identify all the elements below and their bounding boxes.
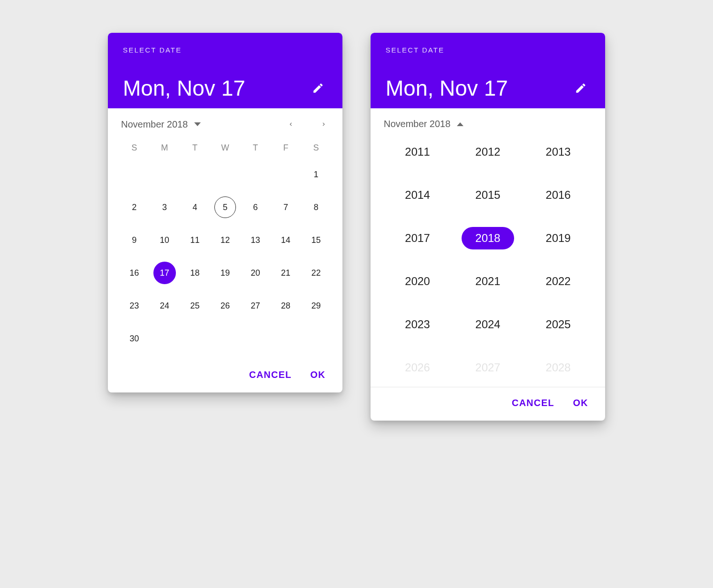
header-date-row: Mon, Nov 17	[386, 75, 590, 101]
day-cell[interactable]: 9	[119, 229, 150, 251]
day-cell-empty	[119, 163, 150, 186]
day-cell-empty	[240, 163, 271, 186]
year-cell[interactable]: 2020	[385, 270, 450, 293]
year-cell[interactable]: 2011	[385, 141, 450, 163]
day-cell[interactable]: 10	[150, 229, 180, 251]
day-cell[interactable]: 14	[271, 229, 301, 251]
ok-button[interactable]: OK	[573, 398, 588, 408]
day-cell[interactable]: 29	[301, 294, 331, 317]
month-switch-row: November 2018	[108, 108, 342, 135]
chevron-up-icon	[457, 122, 463, 126]
year-cell[interactable]: 2026	[385, 356, 450, 379]
day-cell[interactable]: 27	[240, 294, 271, 317]
weekday-label: S	[301, 143, 331, 153]
year-cell[interactable]: 2027	[455, 356, 521, 379]
calendar-grid: SMTWTFS123456789101112131415161718192021…	[119, 143, 331, 350]
picker-header: SELECT DATE Mon, Nov 17	[371, 33, 605, 108]
day-cell[interactable]: 8	[301, 196, 331, 219]
day-cell[interactable]: 20	[240, 262, 271, 284]
day-cell[interactable]: 2	[119, 196, 150, 219]
prev-month-button[interactable]	[285, 119, 296, 130]
year-cell[interactable]: 2017	[385, 227, 450, 249]
day-cell[interactable]: 6	[240, 196, 271, 219]
cancel-button[interactable]: CANCEL	[249, 369, 292, 380]
year-list[interactable]: 2011201220132014201520162017201820192020…	[371, 134, 605, 387]
ok-button[interactable]: OK	[311, 369, 326, 380]
picker-header: SELECT DATE Mon, Nov 17	[108, 33, 342, 108]
day-cell[interactable]: 3	[150, 196, 180, 219]
year-cell[interactable]: 2028	[525, 356, 591, 379]
day-cell[interactable]: 30	[119, 327, 150, 350]
overline: SELECT DATE	[123, 46, 327, 54]
pencil-icon	[312, 82, 324, 94]
date-picker-calendar: SELECT DATE Mon, Nov 17 November 2018 SM…	[108, 33, 342, 392]
day-cell[interactable]: 25	[180, 294, 210, 317]
month-nav	[285, 119, 329, 130]
day-cell[interactable]: 5	[210, 196, 241, 219]
day-cell-empty	[271, 163, 301, 186]
day-cell[interactable]: 22	[301, 262, 331, 284]
weekday-label: T	[240, 143, 271, 153]
day-cell[interactable]: 11	[180, 229, 210, 251]
day-cell[interactable]: 16	[119, 262, 150, 284]
month-year-label: November 2018	[384, 119, 450, 129]
year-cell[interactable]: 2019	[525, 227, 591, 249]
day-cell[interactable]: 15	[301, 229, 331, 251]
weekday-label: W	[210, 143, 241, 153]
day-cell-empty	[150, 163, 180, 186]
selected-date-label: Mon, Nov 17	[386, 75, 508, 101]
day-cell[interactable]: 19	[210, 262, 241, 284]
day-cell[interactable]: 7	[271, 196, 301, 219]
month-switch-row: November 2018	[371, 108, 605, 134]
chevron-left-icon	[288, 119, 294, 129]
calendar-body: SMTWTFS123456789101112131415161718192021…	[108, 135, 342, 359]
day-cell[interactable]: 28	[271, 294, 301, 317]
weekday-label: S	[119, 143, 150, 153]
day-cell[interactable]: 23	[119, 294, 150, 317]
day-cell-empty	[180, 163, 210, 186]
day-cell[interactable]: 17	[150, 262, 180, 284]
year-cell[interactable]: 2015	[455, 184, 521, 206]
day-cell[interactable]: 26	[210, 294, 241, 317]
selected-date-label: Mon, Nov 17	[123, 75, 245, 101]
year-cell[interactable]: 2013	[525, 141, 591, 163]
year-cell[interactable]: 2022	[525, 270, 591, 293]
year-cell[interactable]: 2012	[455, 141, 521, 163]
next-month-button[interactable]	[318, 119, 329, 130]
dialog-actions: CANCEL OK	[371, 387, 605, 421]
cancel-button[interactable]: CANCEL	[512, 398, 554, 408]
day-cell[interactable]: 4	[180, 196, 210, 219]
day-cell[interactable]: 1	[301, 163, 331, 186]
year-cell[interactable]: 2021	[455, 270, 521, 293]
weekday-label: M	[150, 143, 180, 153]
date-picker-year: SELECT DATE Mon, Nov 17 November 2018 20…	[371, 33, 605, 421]
year-cell[interactable]: 2016	[525, 184, 591, 206]
year-grid: 2011201220132014201520162017201820192020…	[385, 141, 591, 379]
weekday-label: T	[180, 143, 210, 153]
year-cell[interactable]: 2024	[455, 313, 521, 336]
chevron-right-icon	[320, 119, 327, 129]
year-cell[interactable]: 2018	[462, 227, 514, 249]
day-cell[interactable]: 12	[210, 229, 241, 251]
pencil-icon	[575, 82, 587, 94]
month-year-toggle[interactable]: November 2018	[121, 119, 201, 130]
day-cell[interactable]: 21	[271, 262, 301, 284]
day-cell[interactable]: 18	[180, 262, 210, 284]
weekday-label: F	[271, 143, 301, 153]
month-year-label: November 2018	[121, 119, 188, 130]
year-cell[interactable]: 2023	[385, 313, 450, 336]
day-cell-empty	[210, 163, 241, 186]
year-cell[interactable]: 2025	[525, 313, 591, 336]
day-cell[interactable]: 13	[240, 229, 271, 251]
edit-button[interactable]	[309, 79, 327, 98]
chevron-down-icon	[194, 122, 201, 126]
day-cell[interactable]: 24	[150, 294, 180, 317]
year-cell[interactable]: 2014	[385, 184, 450, 206]
month-year-toggle[interactable]: November 2018	[384, 119, 463, 129]
dialog-actions: CANCEL OK	[108, 359, 342, 392]
overline: SELECT DATE	[386, 46, 590, 54]
edit-button[interactable]	[571, 79, 590, 98]
header-date-row: Mon, Nov 17	[123, 75, 327, 101]
